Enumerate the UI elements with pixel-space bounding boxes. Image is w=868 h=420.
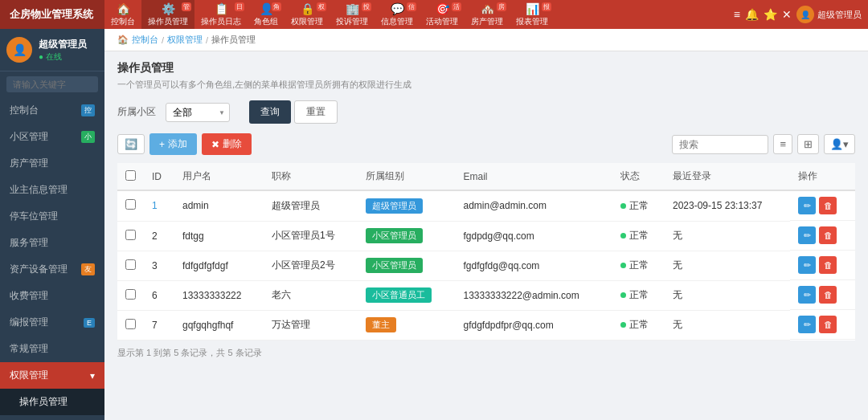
sidebar-item-property[interactable]: 房产管理 xyxy=(0,150,104,177)
select-all-checkbox[interactable] xyxy=(125,170,136,181)
sidebar-item-operator-log[interactable]: 操作员日志 日 xyxy=(0,415,104,420)
edit-button[interactable]: ✏ xyxy=(798,316,816,333)
grid-view-button[interactable]: ⊞ xyxy=(797,134,819,154)
nav-roles[interactable]: 角 👤 角色组 xyxy=(248,0,285,29)
table-row: 6 13333333222 老六 小区普通员工 13333333222@admi… xyxy=(117,280,855,310)
cell-status: 正常 xyxy=(612,190,665,221)
roles-icon: 👤 xyxy=(260,2,273,15)
sidebar-item-dashboard[interactable]: 控制台 控 xyxy=(0,97,104,124)
cell-id: 7 xyxy=(144,310,174,340)
operators-icon: ⚙️ xyxy=(162,2,175,15)
cell-group: 超级管理员 xyxy=(358,190,455,221)
cell-title: 老六 xyxy=(264,280,358,310)
nav-permissions[interactable]: 权 🔒 权限管理 xyxy=(285,0,330,29)
nav-complaints[interactable]: 投 🏢 投诉管理 xyxy=(330,0,375,29)
delete-icon: ✖ xyxy=(211,139,219,150)
chevron-down-icon: ▾ xyxy=(90,370,95,381)
nav-activities[interactable]: 活 🎯 活动管理 xyxy=(420,0,465,29)
community-filter-select[interactable]: 全部 xyxy=(166,103,230,122)
row-checkbox[interactable] xyxy=(125,319,136,329)
row-checkbox[interactable] xyxy=(125,199,136,210)
cell-email: admin@admin.com xyxy=(455,190,612,221)
sidebar-item-owners[interactable]: 业主信息管理 xyxy=(0,177,104,203)
edit-button[interactable]: ✏ xyxy=(798,197,816,214)
cell-title: 超级管理员 xyxy=(264,190,358,221)
star-icon[interactable]: ⭐ xyxy=(764,8,777,21)
toolbar-right: ≡ ⊞ 👤▾ xyxy=(672,134,855,154)
user-area[interactable]: 👤 超级管理员 xyxy=(796,6,862,23)
cell-last-login: 无 xyxy=(665,221,790,251)
edit-button[interactable]: ✏ xyxy=(798,286,816,304)
sidebar-item-routine[interactable]: 常规管理 xyxy=(0,336,104,362)
cell-status: 正常 xyxy=(612,310,665,340)
assets-badge: 友 xyxy=(81,263,95,275)
settings-button[interactable]: 👤▾ xyxy=(824,134,855,154)
cell-actions: ✏ 🗑 xyxy=(790,221,855,251)
cell-id: 1 xyxy=(144,190,174,221)
batch-delete-button[interactable]: ✖ 删除 xyxy=(202,133,252,155)
sidebar-item-parking[interactable]: 停车位管理 xyxy=(0,203,104,230)
bell-icon[interactable]: 🔔 xyxy=(745,8,759,21)
breadcrumb-parent[interactable]: 权限管理 xyxy=(167,34,203,46)
cell-group: 小区管理员 xyxy=(358,251,455,280)
cell-last-login: 无 xyxy=(665,310,790,340)
close-icon[interactable]: ✕ xyxy=(782,8,792,21)
row-checkbox[interactable] xyxy=(125,289,136,300)
menu-icon[interactable]: ≡ xyxy=(734,8,740,21)
row-checkbox[interactable] xyxy=(125,230,136,240)
col-username: 用户名 xyxy=(174,163,264,190)
nav-operators[interactable]: 管 ⚙️ 操作员管理 xyxy=(141,0,194,29)
sidebar-item-fees[interactable]: 收费管理 xyxy=(0,283,104,309)
home-icon: 🏠 xyxy=(117,35,129,45)
delete-button[interactable]: 🗑 xyxy=(819,256,837,274)
edit-button[interactable]: ✏ xyxy=(798,256,816,274)
query-button[interactable]: 查询 xyxy=(249,100,291,124)
nav-messages[interactable]: 信 💬 信息管理 xyxy=(375,0,420,29)
toolbar: 🔄 + 添加 ✖ 删除 ≡ ⊞ 👤▾ xyxy=(117,133,855,155)
row-checkbox[interactable] xyxy=(125,259,136,270)
search-input[interactable] xyxy=(672,135,768,154)
cell-email: 13333333222@admin.com xyxy=(455,280,612,310)
sidebar-item-reports[interactable]: 编报管理 E xyxy=(0,309,104,336)
edit-button[interactable]: ✏ xyxy=(798,226,816,244)
nav-items: 🏠 控制台 管 ⚙️ 操作员管理 日 📋 操作员日志 角 👤 角色组 权 🔒 权… xyxy=(104,0,734,29)
sidebar-item-service[interactable]: 服务管理 xyxy=(0,230,104,256)
sidebar-item-community[interactable]: 小区管理 小 xyxy=(0,124,104,150)
table-footer: 显示第 1 到第 5 条记录，共 5 条记录 xyxy=(117,347,855,359)
list-view-button[interactable]: ≡ xyxy=(773,134,792,154)
filter-btn-group: 查询 重置 xyxy=(249,100,338,124)
sidebar-item-assets[interactable]: 资产设备管理 友 xyxy=(0,256,104,283)
refresh-button[interactable]: 🔄 xyxy=(117,134,145,154)
sidebar-item-permissions[interactable]: 权限管理 ▾ xyxy=(0,362,104,389)
content-area: 操作员管理 一个管理员可以有多个角色组,左侧的菜单根据管理员所拥有的权限进行生成… xyxy=(104,51,868,420)
cell-email: fgdfgfdg@qq.com xyxy=(455,251,612,280)
delete-button[interactable]: 🗑 xyxy=(819,316,837,333)
nav-operator-log[interactable]: 日 📋 操作员日志 xyxy=(194,0,248,29)
nav-reports[interactable]: 报 📊 报表管理 xyxy=(510,0,555,29)
filter-label: 所属小区 xyxy=(117,105,156,119)
reset-button[interactable]: 重置 xyxy=(294,100,338,124)
add-button[interactable]: + 添加 xyxy=(149,133,197,155)
sidebar-menu: 控制台 控 小区管理 小 房产管理 业主信息管理 停车位管理 服务管理 资产设备… xyxy=(0,97,104,420)
sidebar-user-info: 超级管理员 ● 在线 xyxy=(39,38,87,63)
log-icon: 📋 xyxy=(215,2,228,15)
cell-status: 正常 xyxy=(612,221,665,251)
table-row: 3 fdfgdfgfdgf 小区管理员2号 小区管理员 fgdfgfdg@qq.… xyxy=(117,251,855,280)
cell-last-login: 无 xyxy=(665,280,790,310)
cell-email: fgdpdg@qq.com xyxy=(455,221,612,251)
delete-button[interactable]: 🗑 xyxy=(819,197,837,214)
cell-actions: ✏ 🗑 xyxy=(790,251,855,280)
sidebar-item-operators[interactable]: 操作员管理 xyxy=(0,389,104,415)
delete-button[interactable]: 🗑 xyxy=(819,286,837,304)
cell-actions: ✏ 🗑 xyxy=(790,191,855,221)
sidebar-search-input[interactable] xyxy=(6,76,98,92)
table-body: 1 admin 超级管理员 超级管理员 admin@admin.com 正常 2… xyxy=(117,190,855,340)
cell-group: 董主 xyxy=(358,310,455,340)
delete-button[interactable]: 🗑 xyxy=(819,226,837,244)
nav-properties[interactable]: 房 🏘️ 房产管理 xyxy=(465,0,510,29)
nav-dashboard[interactable]: 🏠 控制台 xyxy=(104,0,141,29)
col-title: 职称 xyxy=(264,163,358,190)
dashboard-icon: 🏠 xyxy=(117,2,130,15)
cell-username: fdtgg xyxy=(174,221,264,251)
breadcrumb-home[interactable]: 控制台 xyxy=(132,34,158,46)
